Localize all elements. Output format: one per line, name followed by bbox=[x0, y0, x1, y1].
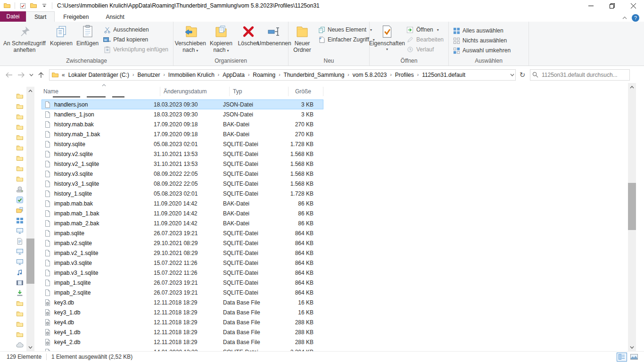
file-menu-button[interactable]: Datei bbox=[0, 11, 26, 22]
file-row[interactable]: impab_1.sqlite 26.07.2023 19:21 SQLITE-D… bbox=[41, 278, 323, 288]
folder-icon[interactable] bbox=[16, 144, 24, 152]
document-icon[interactable] bbox=[16, 238, 24, 245]
nav-scrollbar[interactable] bbox=[26, 87, 34, 351]
tiles-icon[interactable] bbox=[16, 217, 24, 224]
list-scroll-thumb[interactable] bbox=[628, 183, 636, 230]
file-row[interactable]: impab.mab_1.bak 11.09.2020 14:42 BAK-Dat… bbox=[41, 208, 323, 218]
monitor-icon[interactable] bbox=[16, 248, 24, 255]
nav-scroll-up-icon[interactable] bbox=[26, 87, 34, 95]
file-row[interactable]: impab.sqlite 26.07.2023 19:21 SQLITE-Dat… bbox=[41, 228, 323, 238]
list-scrollbar[interactable] bbox=[628, 83, 636, 351]
paste-shortcut-button[interactable]: Verknüpfung einfügen bbox=[102, 45, 169, 54]
file-row[interactable]: history.v2_1.sqlite 31.10.2021 13:53 SQL… bbox=[41, 159, 323, 169]
properties-quick-icon[interactable] bbox=[18, 1, 27, 10]
forward-icon[interactable] bbox=[15, 69, 27, 81]
new-folder-button[interactable]: Neuer Ordner bbox=[289, 23, 315, 53]
breadcrumb-segment[interactable]: Profiles bbox=[393, 72, 416, 78]
breadcrumb[interactable]: « Lokaler Datenträger (C:)› Benutzer› Im… bbox=[49, 69, 516, 81]
select-all-button[interactable]: Alles auswählen bbox=[452, 26, 512, 35]
pin-to-quick-access-button[interactable]: An Schnellzugriff anheften bbox=[1, 23, 48, 53]
back-icon[interactable] bbox=[3, 69, 15, 81]
search-input[interactable] bbox=[541, 71, 627, 79]
breadcrumb-segment[interactable]: Thunderbird_Sammlung bbox=[282, 72, 347, 78]
file-row[interactable]: history.mab_1.bak 17.09.2020 09:18 BAK-D… bbox=[41, 129, 323, 139]
customize-quick-access-icon[interactable] bbox=[40, 1, 49, 10]
refresh-icon[interactable]: ↻ bbox=[516, 69, 529, 81]
file-row[interactable]: impab_2.sqlite 26.07.2023 19:21 SQLITE-D… bbox=[41, 288, 323, 297]
minimize-button[interactable] bbox=[580, 0, 602, 11]
tab-start[interactable]: Start bbox=[26, 11, 55, 22]
up-icon[interactable] bbox=[35, 69, 47, 81]
recent-locations-icon[interactable] bbox=[27, 69, 35, 81]
breadcrumb-segment[interactable]: AppData bbox=[221, 72, 247, 78]
select-none-button[interactable]: Nichts auswählen bbox=[452, 36, 512, 45]
address-dropdown-icon[interactable] bbox=[510, 74, 514, 76]
history-button[interactable]: Verlauf bbox=[405, 45, 445, 54]
file-row[interactable]: key4.db 12.11.2018 18:29 Data Base File … bbox=[41, 317, 323, 327]
folder-icon[interactable] bbox=[16, 103, 24, 110]
breadcrumb-segment[interactable]: Lokaler Datenträger (C:) bbox=[66, 72, 131, 78]
rename-button[interactable]: Umbenennen bbox=[261, 23, 287, 47]
folder-icon[interactable] bbox=[16, 134, 24, 141]
file-row[interactable]: key3.db 12.11.2018 18:29 Data Base File … bbox=[41, 297, 323, 307]
file-row[interactable]: handlers_1.json 18.03.2023 09:30 JSON-Da… bbox=[41, 109, 323, 119]
folder-icon[interactable] bbox=[16, 123, 24, 131]
drive-icon[interactable] bbox=[16, 186, 24, 193]
edit-button[interactable]: Bearbeiten bbox=[405, 35, 445, 44]
file-row[interactable]: history.v3.sqlite 08.09.2022 22:05 SQLIT… bbox=[41, 169, 323, 179]
details-view-icon[interactable] bbox=[617, 353, 627, 362]
copy-path-button[interactable]: w Pfad kopieren bbox=[102, 35, 169, 44]
nav-scroll-thumb[interactable] bbox=[26, 239, 34, 284]
folder-icon[interactable] bbox=[16, 165, 24, 173]
monitor-icon[interactable] bbox=[16, 258, 24, 266]
new-folder-quick-icon[interactable] bbox=[29, 1, 38, 10]
folder-icon[interactable] bbox=[16, 175, 24, 183]
breadcrumb-segment[interactable]: vom 5.8.2023 bbox=[351, 72, 389, 78]
breadcrumb-segment[interactable]: 1125on31.default bbox=[420, 72, 467, 78]
file-row[interactable]: 14.01.2020 13:33 SQLITE-Datei 2.304 KB bbox=[41, 347, 323, 351]
file-row[interactable]: impab.v3_1.sqlite 15.07.2022 11:26 SQLIT… bbox=[41, 268, 323, 278]
column-header-date[interactable]: Änderungsdatum bbox=[160, 87, 230, 96]
folder-icon[interactable] bbox=[16, 300, 24, 307]
folder-icon[interactable] bbox=[16, 113, 24, 121]
cloud-icon[interactable] bbox=[16, 341, 24, 349]
close-button[interactable] bbox=[623, 0, 644, 11]
column-header-size[interactable]: Größe bbox=[289, 87, 323, 96]
folder-icon[interactable] bbox=[16, 310, 24, 318]
file-row[interactable]: history.v2.sqlite 31.10.2021 13:53 SQLIT… bbox=[41, 149, 323, 159]
file-row[interactable]: history.v3_1.sqlite 08.09.2022 22:05 SQL… bbox=[41, 179, 323, 189]
column-header-name[interactable]: Name bbox=[41, 87, 160, 96]
cut-button[interactable]: Ausschneiden bbox=[102, 25, 169, 34]
folder-icon[interactable] bbox=[16, 155, 24, 162]
breadcrumb-segment[interactable]: Benutzer bbox=[135, 72, 162, 78]
breadcrumb-segment[interactable]: Roaming bbox=[251, 72, 277, 78]
file-row[interactable]: history.mab.bak 17.09.2020 09:18 BAK-Dat… bbox=[41, 119, 323, 129]
monitor-icon[interactable] bbox=[16, 227, 24, 235]
file-row[interactable]: key4_2.db 12.11.2018 18:29 Data Base Fil… bbox=[41, 337, 323, 347]
file-row[interactable]: handlers.json 18.03.2023 09:30 JSON-Date… bbox=[41, 99, 323, 109]
help-icon[interactable]: ? bbox=[632, 14, 639, 22]
paste-button[interactable]: Einfügen bbox=[74, 23, 100, 47]
file-row[interactable]: impab.v2_1.sqlite 29.10.2021 08:29 SQLIT… bbox=[41, 248, 323, 258]
file-row[interactable]: impab.v3.sqlite 15.07.2022 11:26 SQLITE-… bbox=[41, 258, 323, 268]
file-row[interactable]: history_1.sqlite 05.08.2023 02:01 SQLITE… bbox=[41, 189, 323, 198]
folder-icon[interactable] bbox=[16, 92, 24, 100]
restore-button[interactable] bbox=[602, 0, 623, 11]
breadcrumb-segment[interactable]: Immobilien Krulich bbox=[166, 72, 216, 78]
properties-button[interactable]: Eigenschaften▾ bbox=[371, 23, 404, 53]
new-item-button[interactable]: Neues Element ▾ bbox=[317, 25, 376, 34]
download-icon[interactable] bbox=[16, 289, 24, 297]
tab-ansicht[interactable]: Ansicht bbox=[97, 11, 132, 22]
file-row[interactable]: key4_1.db 12.11.2018 18:29 Data Base Fil… bbox=[41, 327, 323, 337]
file-row[interactable]: history.sqlite 05.08.2023 02:01 SQLITE-D… bbox=[41, 139, 323, 149]
video-icon[interactable] bbox=[16, 279, 24, 287]
file-row[interactable]: key3_1.db 12.11.2018 18:29 Data Base Fil… bbox=[41, 307, 323, 317]
music-icon[interactable] bbox=[16, 269, 24, 276]
sync-icon[interactable] bbox=[16, 196, 24, 204]
file-row[interactable]: impab.mab_2.bak 11.09.2020 14:42 BAK-Dat… bbox=[41, 218, 323, 228]
file-row[interactable]: impab.v2.sqlite 29.10.2021 08:29 SQLITE-… bbox=[41, 238, 323, 248]
move-to-button[interactable]: Verschieben nach▾ bbox=[174, 23, 206, 54]
copy-to-button[interactable]: Kopieren nach▾ bbox=[206, 23, 236, 54]
invert-selection-button[interactable]: Auswahl umkehren bbox=[452, 46, 512, 55]
list-scroll-down-icon[interactable] bbox=[628, 343, 636, 351]
